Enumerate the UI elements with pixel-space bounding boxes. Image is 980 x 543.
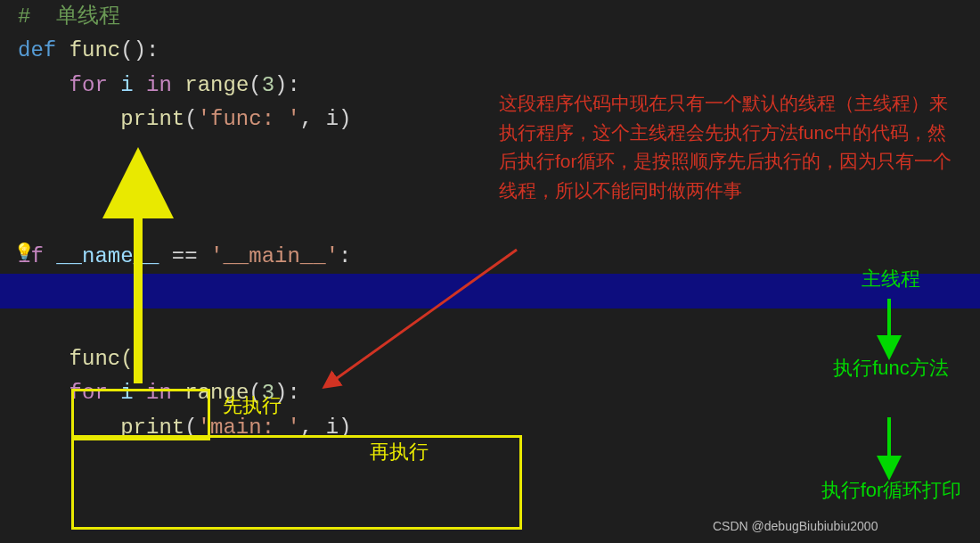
watermark-text: CSDN @debugBiubiubiu2000 [713,519,878,533]
builtin-print: print [120,107,184,131]
punct: ( [184,107,197,131]
code-line [0,205,980,239]
string-literal: '__main__' [210,244,339,268]
operator-eq: == [159,244,210,268]
dunder-name: __name__ [56,244,159,268]
annotation-explanation: 这段程序代码中现在只有一个默认的线程（主线程）来执行程序，这个主线程会先执行方法… [499,89,962,205]
flow-main-thread: 主线程 [837,266,944,292]
keyword-in: in [146,73,172,97]
code-line: def func(): [0,34,980,68]
label-first-execute: 先执行 [223,392,282,419]
comment-text: # 单线程 [18,4,120,29]
flow-exec-for: 执行for循环打印 [818,477,965,504]
punct: ( [249,73,261,97]
code-line: # 单线程 [0,0,980,34]
lightbulb-icon[interactable]: 💡 [14,240,34,266]
punct: (): [120,38,159,62]
variable-i: i [120,73,133,97]
code-line: 💡if __name__ == '__main__': [0,240,980,274]
label-second-execute: 再执行 [370,439,429,465]
function-call: func() [69,347,146,371]
flow-exec-func: 执行func方法 [820,355,962,382]
code-line [0,309,980,342]
punct: : [339,244,351,268]
code-line-highlighted [0,274,980,308]
keyword-def: def [18,38,56,62]
builtin-range: range [184,73,249,97]
keyword-for: for [69,73,108,97]
function-name: func [69,38,121,62]
punct: , i) [300,107,352,131]
string-literal: 'func: ' [198,107,300,131]
punct: ): [274,73,300,97]
highlight-box-func-call [71,389,210,440]
number-literal: 3 [262,73,274,97]
highlight-box-for-loop [71,435,522,530]
